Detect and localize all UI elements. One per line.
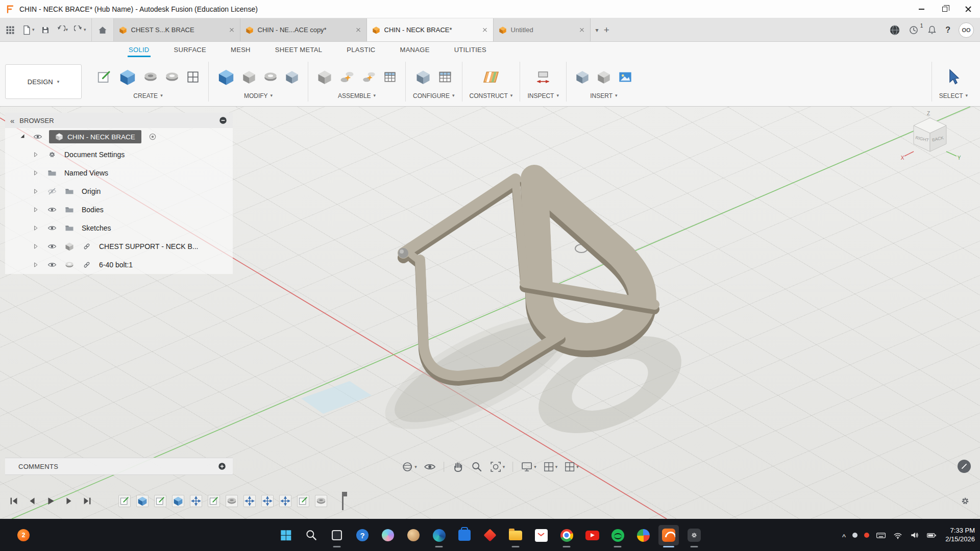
disclosure-triangle-icon[interactable] xyxy=(32,261,40,268)
browser-root-row[interactable]: CHIN - NECK BRACE xyxy=(5,128,233,145)
edge-app[interactable] xyxy=(429,525,449,545)
look-at-button[interactable] xyxy=(423,460,437,474)
shell-button[interactable] xyxy=(262,68,279,86)
select-button[interactable] xyxy=(943,67,964,87)
configure-group-label[interactable]: CONFIGURE▾ xyxy=(413,92,455,99)
timeline-feature-icon[interactable] xyxy=(297,495,309,507)
adobe-app[interactable] xyxy=(480,525,500,545)
revolve-button[interactable] xyxy=(163,68,181,86)
measure-button[interactable] xyxy=(534,68,552,86)
disclosure-triangle-icon[interactable] xyxy=(32,206,40,213)
browser-item-named-views[interactable]: Named Views xyxy=(5,164,233,182)
redo-button[interactable]: ▾ xyxy=(72,23,88,37)
timeline-feature-icon[interactable] xyxy=(261,495,274,507)
restore-button[interactable] xyxy=(933,0,957,18)
joint-button[interactable] xyxy=(338,68,356,86)
start-button[interactable] xyxy=(276,525,296,545)
avatar[interactable]: OO xyxy=(959,22,974,38)
timeline-feature-icon[interactable] xyxy=(172,495,184,507)
ribbon-tab[interactable]: MANAGE xyxy=(399,44,431,57)
as-built-joint-button[interactable] xyxy=(360,68,378,86)
skip-to-end-button[interactable] xyxy=(81,494,94,508)
file-menu-button[interactable]: ▾ xyxy=(19,23,37,37)
activate-component-radio-icon[interactable] xyxy=(148,132,158,141)
browser-item-sketches[interactable]: Sketches xyxy=(5,219,233,237)
comments-bar[interactable]: COMMENTS xyxy=(5,458,233,475)
volume-icon[interactable] xyxy=(910,530,920,540)
insert-canvas-button[interactable] xyxy=(617,68,634,86)
get-help-app[interactable]: ? xyxy=(352,525,373,545)
configuration-button[interactable] xyxy=(414,68,432,86)
disclosure-triangle-icon[interactable] xyxy=(18,133,27,140)
extensions-icon[interactable] xyxy=(889,24,900,36)
touch-keyboard-icon[interactable] xyxy=(876,530,886,540)
view-cube[interactable]: RIGHT BACK X Y Z xyxy=(898,110,966,170)
timeline-feature-icon[interactable] xyxy=(208,495,220,507)
disclosure-triangle-icon[interactable] xyxy=(32,224,40,232)
timeline-feature-icon[interactable] xyxy=(118,495,131,507)
tab-close-icon[interactable] xyxy=(482,27,488,33)
viewports-button[interactable]: ▾ xyxy=(563,460,580,473)
display-settings-button[interactable]: ▾ xyxy=(520,460,537,474)
timeline-feature-icon[interactable] xyxy=(279,495,291,507)
file-explorer-app[interactable] xyxy=(505,525,526,545)
create-sketch-button[interactable] xyxy=(95,68,113,86)
notification-badge[interactable]: 2 xyxy=(17,529,30,541)
new-component-button[interactable] xyxy=(315,68,334,86)
neck-brace-loop-body[interactable] xyxy=(534,179,643,343)
app-grid-button[interactable] xyxy=(3,23,17,37)
help-icon[interactable]: ? xyxy=(945,26,950,35)
close-button[interactable] xyxy=(957,0,980,18)
construction-plane-button[interactable] xyxy=(481,67,501,87)
viewport-canvas[interactable]: RIGHT BACK X Y Z « BROWSER CHIN - NECK B… xyxy=(0,107,980,519)
tray-app-icon[interactable] xyxy=(852,533,857,538)
home-tab-button[interactable] xyxy=(91,18,114,41)
configuration-table-button[interactable] xyxy=(436,68,454,86)
tab-close-icon[interactable] xyxy=(229,27,235,33)
visibility-eye-icon[interactable] xyxy=(47,242,57,251)
ribbon-tab[interactable]: SOLID xyxy=(128,44,151,57)
visibility-eye-icon[interactable] xyxy=(47,205,57,214)
ribbon-tab[interactable]: MESH xyxy=(230,44,252,57)
disclosure-triangle-icon[interactable] xyxy=(32,243,40,250)
minimize-button[interactable] xyxy=(910,0,933,18)
browser-item-chest-support[interactable]: CHEST SUPPORT - NECK B... xyxy=(5,237,233,256)
modify-group-label[interactable]: MODIFY▾ xyxy=(244,92,273,99)
ribbon-tab[interactable]: PLASTIC xyxy=(346,44,376,57)
gmail-app[interactable] xyxy=(531,525,551,545)
ribbon-tab[interactable]: SURFACE xyxy=(173,44,208,57)
fusion-app[interactable] xyxy=(658,525,679,545)
taskbar-clock[interactable]: 7:33 PM 2/15/2026 xyxy=(945,527,975,544)
tab-close-icon[interactable] xyxy=(579,27,585,33)
browser-item-origin[interactable]: Origin xyxy=(5,182,233,201)
collapse-all-icon[interactable] xyxy=(218,116,228,125)
insert-mesh-button[interactable] xyxy=(595,68,612,86)
visibility-eye-off-icon[interactable] xyxy=(47,187,57,196)
timeline-feature-icon[interactable] xyxy=(226,495,238,507)
timeline-feature-icon[interactable] xyxy=(190,495,202,507)
document-tab[interactable]: CHIN - NE...ACE copy* xyxy=(240,18,367,41)
ribbon-tab[interactable]: SHEET METAL xyxy=(274,44,323,57)
visibility-eye-icon[interactable] xyxy=(47,223,57,233)
bom-table-button[interactable] xyxy=(382,69,398,85)
zoom-button[interactable] xyxy=(470,460,484,474)
pan-button[interactable] xyxy=(451,460,465,474)
ribbon-tab[interactable]: UTILITIES xyxy=(453,44,487,57)
people-app[interactable] xyxy=(403,525,424,545)
store-app[interactable] xyxy=(454,525,475,545)
task-view-button[interactable] xyxy=(327,525,347,545)
step-forward-button[interactable] xyxy=(62,494,76,508)
browser-item-bolt[interactable]: 6-40 bolt:1 xyxy=(5,256,233,274)
timeline-position-marker[interactable] xyxy=(339,492,347,510)
document-tab[interactable]: CHEST S...K BRACE xyxy=(114,18,240,41)
inspect-group-label[interactable]: INSPECT▾ xyxy=(527,92,559,99)
wifi-icon[interactable] xyxy=(893,530,903,540)
timeline-feature-icon[interactable] xyxy=(243,495,256,507)
select-group-label[interactable]: SELECT▾ xyxy=(939,92,968,99)
save-button[interactable] xyxy=(39,23,52,37)
assemble-group-label[interactable]: ASSEMBLE▾ xyxy=(338,92,376,99)
timeline-settings-gear-icon[interactable] xyxy=(960,495,971,507)
workspace-selector[interactable]: DESIGN ▾ xyxy=(5,64,82,99)
tray-expand-icon[interactable]: ^ xyxy=(842,533,846,541)
insert-group-label[interactable]: INSERT▾ xyxy=(590,92,617,99)
